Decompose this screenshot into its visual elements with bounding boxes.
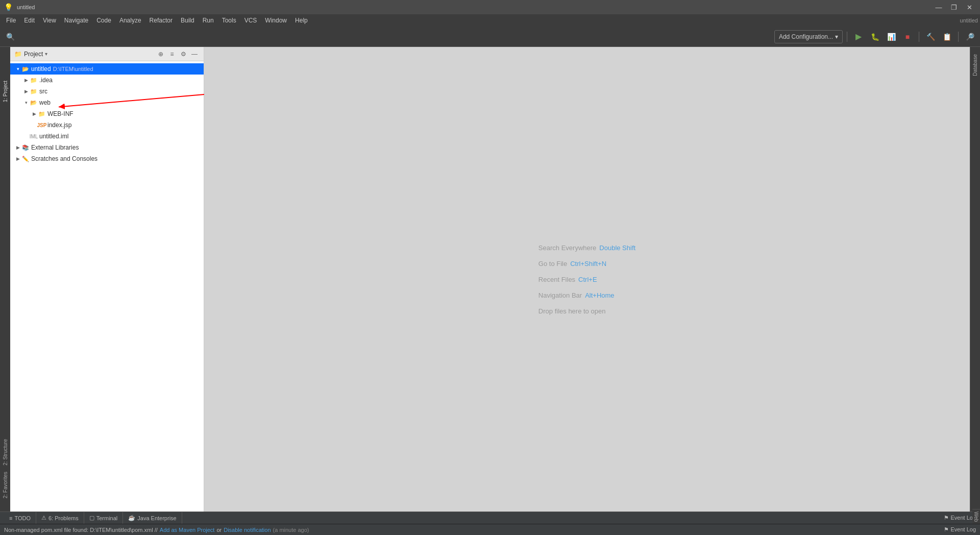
event-log-icon: ⚑ xyxy=(944,515,949,521)
menu-window[interactable]: Window xyxy=(261,14,291,27)
hint-recent-label: Recent Files xyxy=(538,276,575,283)
notification-area: Non-managed pom.xml file found: D:\ITEM\… xyxy=(4,527,309,533)
favorites-tab[interactable]: 2: Favorites xyxy=(1,469,10,501)
tree-path-untitled: D:\ITEM\untitled xyxy=(53,66,93,72)
left-vertical-tabs: 1: Project 2: Structure 2: Favorites xyxy=(0,47,10,512)
find-usages-button[interactable]: 🔎 xyxy=(963,30,977,44)
menu-file[interactable]: File xyxy=(2,14,20,27)
hint-search: Search Everywhere Double Shift xyxy=(538,244,635,252)
toolbar-left: 🔍 xyxy=(3,30,17,44)
file-icon-jsp: JSP xyxy=(38,121,46,129)
hint-navbar-shortcut: Alt+Home xyxy=(585,291,614,299)
menu-help[interactable]: Help xyxy=(291,14,312,27)
menu-refactor[interactable]: Refactor xyxy=(145,14,177,27)
tree-item-webinf[interactable]: ▶ 📁 WEB-INF xyxy=(10,108,204,119)
search-everywhere-button[interactable]: 🔍 xyxy=(3,30,17,44)
tree-toggle-web[interactable]: ▾ xyxy=(22,99,30,106)
tree-toggle-extlibs[interactable]: ▶ xyxy=(14,144,21,151)
menu-build[interactable]: Build xyxy=(177,14,199,27)
todo-label: TODO xyxy=(14,515,31,521)
tree-toggle-scratches[interactable]: ▶ xyxy=(14,155,21,162)
tree-toggle-webinf[interactable]: ▶ xyxy=(31,110,38,117)
folder-icon-web: 📂 xyxy=(30,99,38,107)
todo-icon: ≡ xyxy=(9,515,12,521)
editor-hints: Search Everywhere Double Shift Go to Fil… xyxy=(538,244,635,315)
tree-toggle-src[interactable]: ▶ xyxy=(22,88,30,95)
close-button[interactable]: ✕ xyxy=(963,2,976,12)
add-configuration-button[interactable]: Add Configuration... ▾ xyxy=(774,30,843,43)
event-log-bottom[interactable]: ⚑ Event Log xyxy=(944,526,976,533)
toolbar-separator-3 xyxy=(958,32,959,42)
stop-button[interactable]: ■ xyxy=(900,30,915,44)
tree-label-untitled: untitled xyxy=(31,65,51,72)
panel-scope-button[interactable]: ⊕ xyxy=(156,49,166,59)
menu-navigate[interactable]: Navigate xyxy=(60,14,92,27)
hint-drop-label: Drop files here to open xyxy=(538,307,606,315)
panel-minimize-button[interactable]: — xyxy=(189,49,200,59)
hint-goto-shortcut: Ctrl+Shift+N xyxy=(570,260,606,268)
run-with-coverage-button[interactable]: 📊 xyxy=(884,30,898,44)
tree-item-scratches[interactable]: ▶ ✏️ Scratches and Consoles xyxy=(10,153,204,164)
minimize-button[interactable]: — xyxy=(932,2,945,12)
terminal-tab[interactable]: ▢ Terminal xyxy=(84,512,124,524)
git-button[interactable]: 📋 xyxy=(940,30,954,44)
todo-tab[interactable]: ≡ TODO xyxy=(4,512,36,524)
event-log-button[interactable]: ⚑ Event Log xyxy=(944,515,976,521)
tree-item-untitlediml[interactable]: ▶ IML untitled.iml xyxy=(10,131,204,142)
event-log-bottom-label: ⚑ Event Log xyxy=(944,526,976,532)
add-maven-link[interactable]: Add as Maven Project xyxy=(160,527,215,533)
structure-tab[interactable]: 2: Structure xyxy=(1,436,10,469)
hint-drop: Drop files here to open xyxy=(538,307,635,315)
hint-recent-shortcut: Ctrl+E xyxy=(578,276,597,283)
tree-item-untitled[interactable]: ▾ 📂 untitled D:\ITEM\untitled xyxy=(10,63,204,75)
maximize-button[interactable]: ❐ xyxy=(947,2,961,12)
web-tab[interactable]: Web xyxy=(972,509,980,524)
tree-item-extlibs[interactable]: ▶ 📚 External Libraries xyxy=(10,142,204,153)
add-config-dropdown-icon: ▾ xyxy=(835,33,838,40)
hint-search-label: Search Everywhere xyxy=(538,244,596,252)
tree-toggle-untitled[interactable]: ▾ xyxy=(14,65,21,72)
database-tab[interactable]: Database xyxy=(971,51,979,79)
menu-view[interactable]: View xyxy=(39,14,60,27)
folder-icon-webinf: 📁 xyxy=(38,110,46,118)
tree-item-web[interactable]: ▾ 📂 web xyxy=(10,97,204,108)
menu-analyze[interactable]: Analyze xyxy=(115,14,145,27)
terminal-icon: ▢ xyxy=(89,515,94,521)
menu-code[interactable]: Code xyxy=(92,14,115,27)
debug-button[interactable]: 🐛 xyxy=(868,30,882,44)
hint-goto-label: Go to File xyxy=(538,260,567,268)
project-panel-header: 📁 Project ▾ ⊕ ≡ ⚙ — xyxy=(10,47,204,61)
project-icon: 📂 xyxy=(21,65,30,73)
tree-item-idea[interactable]: ▶ 📁 .idea xyxy=(10,75,204,86)
main-layout: 1: Project 2: Structure 2: Favorites 📁 P… xyxy=(0,47,980,512)
disable-link[interactable]: Disable notification xyxy=(224,527,271,533)
menu-edit[interactable]: Edit xyxy=(20,14,39,27)
right-strip: Database xyxy=(970,47,980,512)
notification-suffix: (a minute ago) xyxy=(273,527,309,533)
menu-bar: File Edit View Navigate Code Analyze Ref… xyxy=(0,14,980,27)
ext-libs-icon: 📚 xyxy=(21,143,30,152)
project-tree: ▾ 📂 untitled D:\ITEM\untitled ▶ 📁 .idea … xyxy=(10,61,204,512)
toolbar-separator-1 xyxy=(847,32,847,42)
tree-label-indexjsp: index.jsp xyxy=(47,121,71,129)
editor-area: Search Everywhere Double Shift Go to Fil… xyxy=(204,47,970,512)
project-title-dropdown-icon[interactable]: ▾ xyxy=(45,51,47,57)
problems-tab[interactable]: ⚠ 6: Problems xyxy=(36,512,84,524)
toolbar: 🔍 Add Configuration... ▾ ▶ 🐛 📊 ■ 🔨 📋 🔎 xyxy=(0,27,980,47)
problems-icon: ⚠ xyxy=(41,515,46,521)
run-button[interactable]: ▶ xyxy=(851,30,866,44)
tree-item-src[interactable]: ▶ 📁 src xyxy=(10,86,204,97)
project-tab[interactable]: 1: Project xyxy=(1,78,10,105)
build-button[interactable]: 🔨 xyxy=(923,30,938,44)
panel-collapse-button[interactable]: ≡ xyxy=(167,49,177,59)
tree-toggle-idea[interactable]: ▶ xyxy=(22,77,30,84)
menu-vcs[interactable]: VCS xyxy=(240,14,261,27)
project-title-label: Project xyxy=(24,51,43,58)
tree-item-indexjsp[interactable]: ▶ JSP index.jsp xyxy=(10,119,204,131)
panel-settings-button[interactable]: ⚙ xyxy=(178,49,188,59)
java-enterprise-tab[interactable]: ☕ Java Enterprise xyxy=(123,512,182,524)
notification-text: Non-managed pom.xml file found: D:\ITEM\… xyxy=(4,527,158,533)
menu-run[interactable]: Run xyxy=(199,14,218,27)
menu-tools[interactable]: Tools xyxy=(218,14,240,27)
toolbar-right: Add Configuration... ▾ ▶ 🐛 📊 ■ 🔨 📋 🔎 xyxy=(774,30,977,44)
